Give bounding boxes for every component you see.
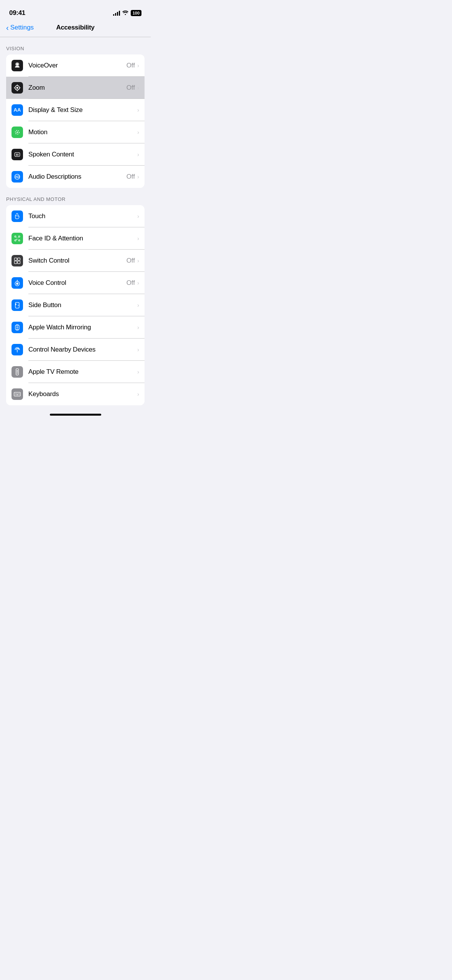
list-item-voiceover[interactable]: VoiceOver Off › xyxy=(6,54,145,77)
keyboards-label: Keyboards xyxy=(28,390,137,398)
list-item-audio[interactable]: AD Audio Descriptions Off › xyxy=(6,166,145,188)
svg-text:80: 80 xyxy=(16,153,19,156)
svg-rect-45 xyxy=(19,394,20,395)
nearby-icon-svg xyxy=(13,346,21,354)
section-vision: VISION VoiceOver Off › xyxy=(0,46,151,188)
section-label-vision: VISION xyxy=(0,46,151,54)
nav-divider xyxy=(0,37,151,37)
battery-icon: 100 xyxy=(131,10,141,16)
list-item-voice[interactable]: Voice Control Off › xyxy=(6,272,145,294)
keyboards-icon-svg xyxy=(13,390,21,398)
svg-rect-32 xyxy=(16,329,19,330)
zoom-value: Off xyxy=(127,84,135,92)
motion-chevron-icon: › xyxy=(137,129,139,135)
svg-rect-16 xyxy=(15,240,16,241)
appletv-icon xyxy=(12,366,23,378)
audio-value: Off xyxy=(127,173,135,181)
page-title: Accessibility xyxy=(56,24,94,31)
status-icons: 100 xyxy=(113,10,141,16)
svg-rect-20 xyxy=(15,258,17,260)
list-item-zoom[interactable]: Zoom Off › xyxy=(6,77,145,99)
applewatch-label: Apple Watch Mirroring xyxy=(28,324,137,331)
signal-icon xyxy=(113,11,120,16)
back-button[interactable]: ‹ Settings xyxy=(6,24,34,31)
switch-chevron-icon: › xyxy=(137,257,139,264)
keyboards-chevron-icon: › xyxy=(137,391,139,397)
svg-rect-28 xyxy=(15,303,16,305)
appletv-chevron-icon: › xyxy=(137,368,139,375)
display-chevron-icon: › xyxy=(137,107,139,113)
svg-point-35 xyxy=(16,370,18,371)
voice-label: Voice Control xyxy=(28,279,127,287)
audio-label: Audio Descriptions xyxy=(28,173,127,181)
touch-icon xyxy=(12,210,23,222)
svg-rect-22 xyxy=(15,261,17,263)
list-item-nearby[interactable]: Control Nearby Devices › xyxy=(6,339,145,361)
svg-point-18 xyxy=(16,237,17,238)
home-indicator xyxy=(0,411,151,418)
svg-rect-31 xyxy=(16,324,19,325)
list-item-switch[interactable]: Switch Control Off › xyxy=(6,250,145,272)
svg-text:AD: AD xyxy=(15,175,20,179)
voice-icon-svg xyxy=(13,279,21,287)
svg-rect-37 xyxy=(16,373,18,373)
list-item-keyboards[interactable]: Keyboards › xyxy=(6,383,145,405)
status-bar: 09:41 100 xyxy=(0,0,151,21)
switch-label: Switch Control xyxy=(28,257,127,265)
svg-rect-23 xyxy=(18,261,20,263)
voiceover-label: VoiceOver xyxy=(28,62,127,69)
switch-value: Off xyxy=(127,257,135,265)
keyboards-icon xyxy=(12,388,23,400)
touch-icon-svg xyxy=(13,212,21,220)
svg-rect-40 xyxy=(16,393,17,394)
svg-rect-21 xyxy=(18,258,20,260)
spoken-icon-svg: 80 xyxy=(13,151,21,158)
svg-rect-34 xyxy=(16,368,19,375)
list-item-motion[interactable]: Motion › xyxy=(6,121,145,143)
audio-icon-svg: AD xyxy=(13,173,21,181)
spoken-chevron-icon: › xyxy=(137,151,139,158)
applewatch-chevron-icon: › xyxy=(137,324,139,331)
faceid-chevron-icon: › xyxy=(137,235,139,242)
spoken-label: Spoken Content xyxy=(28,151,137,158)
svg-rect-39 xyxy=(15,393,16,394)
back-chevron-icon: ‹ xyxy=(6,24,9,31)
nav-bar: ‹ Settings Accessibility xyxy=(0,21,151,37)
display-label: Display & Text Size xyxy=(28,106,137,114)
voice-icon xyxy=(12,277,23,289)
zoom-icon-svg xyxy=(13,84,21,92)
motion-icon xyxy=(12,127,23,138)
list-item-display[interactable]: AA Display & Text Size › xyxy=(6,99,145,121)
section-group-physical: Touch › Face ID & Attention › xyxy=(6,205,145,405)
list-item-touch[interactable]: Touch › xyxy=(6,205,145,227)
list-item-faceid[interactable]: Face ID & Attention › xyxy=(6,227,145,250)
applewatch-icon xyxy=(12,322,23,333)
svg-rect-38 xyxy=(14,392,21,396)
svg-rect-14 xyxy=(15,236,16,237)
svg-point-0 xyxy=(16,63,18,65)
list-item-spoken[interactable]: 80 Spoken Content › xyxy=(6,143,145,166)
svg-rect-44 xyxy=(16,394,18,395)
svg-point-25 xyxy=(16,282,18,284)
touch-label: Touch xyxy=(28,212,137,220)
nearby-label: Control Nearby Devices xyxy=(28,346,137,354)
applewatch-icon-svg xyxy=(13,324,21,331)
motion-label: Motion xyxy=(28,128,137,136)
side-label: Side Button xyxy=(28,301,137,309)
svg-point-3 xyxy=(16,87,18,89)
zoom-label: Zoom xyxy=(28,84,127,92)
list-item-applewatch[interactable]: Apple Watch Mirroring › xyxy=(6,316,145,339)
status-time: 09:41 xyxy=(9,9,25,17)
voice-chevron-icon: › xyxy=(137,280,139,286)
faceid-label: Face ID & Attention xyxy=(28,235,137,242)
zoom-chevron-icon: › xyxy=(137,84,139,91)
voiceover-icon xyxy=(12,60,23,71)
list-item-side[interactable]: Side Button › xyxy=(6,294,145,316)
audio-icon: AD xyxy=(12,171,23,183)
audio-chevron-icon: › xyxy=(137,173,139,180)
faceid-icon xyxy=(12,233,23,244)
display-icon-text: AA xyxy=(14,107,21,113)
wifi-icon xyxy=(122,10,128,16)
list-item-appletv[interactable]: Apple TV Remote › xyxy=(6,361,145,383)
touch-chevron-icon: › xyxy=(137,213,139,219)
